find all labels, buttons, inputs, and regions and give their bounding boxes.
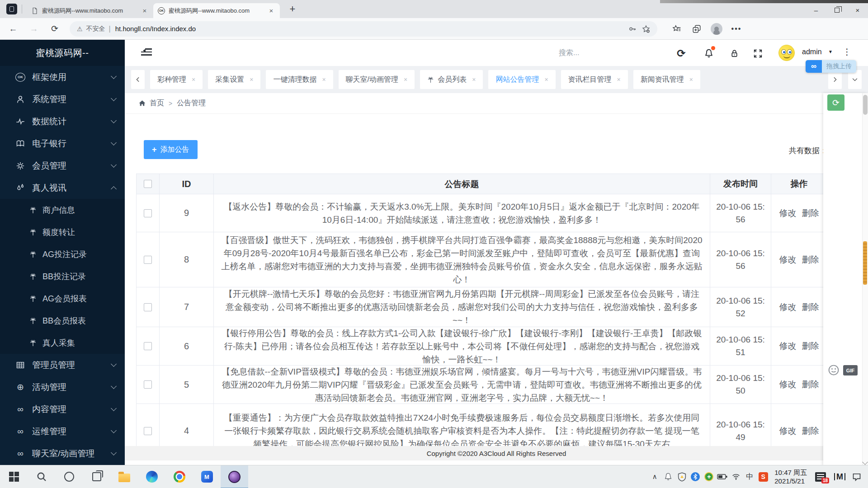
panel-scrollbar[interactable]: [862, 93, 868, 466]
scroll-down-icon[interactable]: [862, 459, 868, 465]
blue-app-icon[interactable]: M: [193, 465, 221, 488]
edit-link[interactable]: 修改: [779, 207, 797, 219]
tray-bell-icon[interactable]: [661, 465, 675, 488]
row-checkbox[interactable]: [144, 427, 152, 435]
tab-close-icon[interactable]: ×: [404, 76, 407, 83]
delete-link[interactable]: 删除: [802, 254, 819, 266]
sidebar-item-activities[interactable]: ⊕ 活动管理: [0, 376, 125, 398]
favorites-bar-icon[interactable]: [670, 22, 684, 36]
drag-upload-widget[interactable]: ∞ 拖拽上传: [806, 60, 856, 73]
row-checkbox[interactable]: [144, 256, 152, 264]
active-app-icon[interactable]: [221, 465, 248, 488]
back-button[interactable]: ←: [5, 21, 21, 37]
restore-button[interactable]: [826, 3, 847, 17]
new-tab-button[interactable]: +: [286, 3, 299, 15]
sidebar-subitem-quota-transfer[interactable]: 额度转让: [0, 221, 125, 243]
edge-browser-icon[interactable]: [138, 465, 165, 488]
browser-profile-avatar[interactable]: [710, 22, 723, 36]
emoji-icon[interactable]: [828, 364, 840, 376]
tray-expand-icon[interactable]: ∧: [648, 465, 661, 488]
user-dropdown-caret-icon[interactable]: ▼: [828, 49, 833, 54]
delete-link[interactable]: 删除: [802, 340, 819, 352]
add-favorite-star-icon[interactable]: [639, 22, 653, 36]
refresh-icon[interactable]: ⟳: [675, 47, 688, 60]
search-input[interactable]: [559, 46, 672, 60]
header-more-icon[interactable]: ⋮: [843, 47, 851, 57]
close-window-button[interactable]: ×: [847, 3, 868, 17]
add-announcement-button[interactable]: + 添加公告: [144, 140, 198, 159]
tab-close-icon[interactable]: ×: [322, 76, 326, 83]
tab-close-icon[interactable]: ×: [617, 76, 621, 83]
gif-icon[interactable]: GIF: [843, 365, 858, 375]
tabs-menu-icon[interactable]: [848, 70, 862, 89]
forward-button[interactable]: →: [26, 21, 42, 37]
tab-news-category[interactable]: 资讯栏目管理×: [561, 70, 628, 89]
tab-close-icon[interactable]: ×: [267, 7, 275, 15]
select-all-checkbox[interactable]: [144, 180, 152, 188]
minimize-button[interactable]: –: [806, 3, 826, 17]
action-center-icon[interactable]: [850, 465, 863, 488]
browser-menu-dots-icon[interactable]: •••: [730, 22, 743, 36]
user-avatar[interactable]: [778, 45, 795, 61]
antivirus-icon[interactable]: +: [702, 465, 716, 488]
tabs-scroll-left-icon[interactable]: [131, 70, 145, 89]
tab-close-icon[interactable]: ×: [472, 76, 476, 83]
ime-mode-icon[interactable]: M: [834, 473, 845, 480]
sidebar-subitem-bb-report[interactable]: BB会员报表: [0, 310, 125, 332]
row-checkbox[interactable]: [144, 380, 152, 389]
browser-tab-2-active[interactable]: OK 蜜桃源码网--www.mitaobo.com ×: [153, 3, 280, 18]
reload-button[interactable]: ⟳: [47, 21, 62, 37]
sidebar-subitem-live-collect[interactable]: 真人采集: [0, 332, 125, 354]
sidebar-subitem-ag-report[interactable]: AG会员报表: [0, 287, 125, 310]
row-checkbox[interactable]: [144, 342, 152, 350]
tab-close-icon[interactable]: ×: [141, 7, 149, 15]
address-bar[interactable]: ⚠ 不安全 | ht.hongll.cn/Index.index.do: [70, 21, 657, 37]
lock-icon[interactable]: [728, 47, 741, 60]
sidebar-item-system[interactable]: 系统管理: [0, 88, 125, 110]
edit-link[interactable]: 修改: [779, 379, 797, 390]
username[interactable]: admin: [802, 48, 822, 56]
tab-close-icon[interactable]: ×: [250, 76, 253, 83]
tab-clean-data[interactable]: 一键清理数据×: [266, 70, 333, 89]
security-shield-icon[interactable]: [675, 465, 689, 488]
bluetooth-icon[interactable]: [689, 465, 702, 488]
breadcrumb-home[interactable]: 首页: [150, 99, 164, 108]
sidebar-item-statistics[interactable]: 数据统计: [0, 110, 125, 132]
sidebar-item-content[interactable]: ∞ 内容管理: [0, 398, 125, 420]
delete-link[interactable]: 删除: [802, 207, 819, 219]
tab-close-icon[interactable]: ×: [192, 76, 195, 83]
tab-close-icon[interactable]: ×: [689, 76, 693, 83]
row-checkbox[interactable]: [144, 209, 152, 217]
tab-member-list[interactable]: 会员列表×: [420, 70, 483, 89]
edit-link[interactable]: 修改: [779, 301, 797, 313]
tab-site-announcements-active[interactable]: 网站公告管理×: [488, 70, 555, 89]
sidebar-subitem-bb-bets[interactable]: BB投注记录: [0, 265, 125, 287]
taskbar-clock[interactable]: 10:47 周五 2021/5/21: [774, 468, 807, 486]
notification-count-icon[interactable]: 18: [815, 472, 826, 482]
scrollbar-thumb-orange[interactable]: [863, 241, 867, 285]
tab-news-manage[interactable]: 新闻资讯管理×: [633, 70, 700, 89]
delete-link[interactable]: 删除: [802, 301, 819, 313]
file-explorer-icon[interactable]: [110, 465, 138, 488]
cortana-icon[interactable]: [55, 465, 83, 488]
sidebar-subitem-ag-bets[interactable]: AG投注记录: [0, 243, 125, 265]
tab-close-icon[interactable]: ×: [544, 76, 548, 83]
taskbar-search-icon[interactable]: [28, 465, 55, 488]
delete-link[interactable]: 删除: [802, 425, 819, 437]
sidebar-item-members[interactable]: 会员管理: [0, 155, 125, 177]
tabs-scroll-right-icon[interactable]: [828, 70, 842, 89]
delete-link[interactable]: 删除: [802, 379, 819, 390]
wifi-icon[interactable]: [729, 465, 743, 488]
scrollbar-thumb[interactable]: [863, 95, 868, 115]
panel-refresh-button[interactable]: ⟳: [827, 94, 844, 111]
collections-icon[interactable]: [690, 22, 703, 36]
edit-link[interactable]: 修改: [779, 425, 797, 437]
tab-lottery-manage[interactable]: 彩种管理×: [150, 70, 203, 89]
tab-chatroom-manage[interactable]: 聊天室/动画管理×: [339, 70, 415, 89]
password-key-icon[interactable]: [626, 22, 639, 36]
sidebar-subitem-merchant-info[interactable]: 商户信息: [0, 199, 125, 221]
start-button[interactable]: [0, 465, 28, 488]
task-view-icon[interactable]: [83, 465, 110, 488]
chrome-browser-icon[interactable]: [165, 465, 193, 488]
row-checkbox[interactable]: [144, 303, 152, 311]
